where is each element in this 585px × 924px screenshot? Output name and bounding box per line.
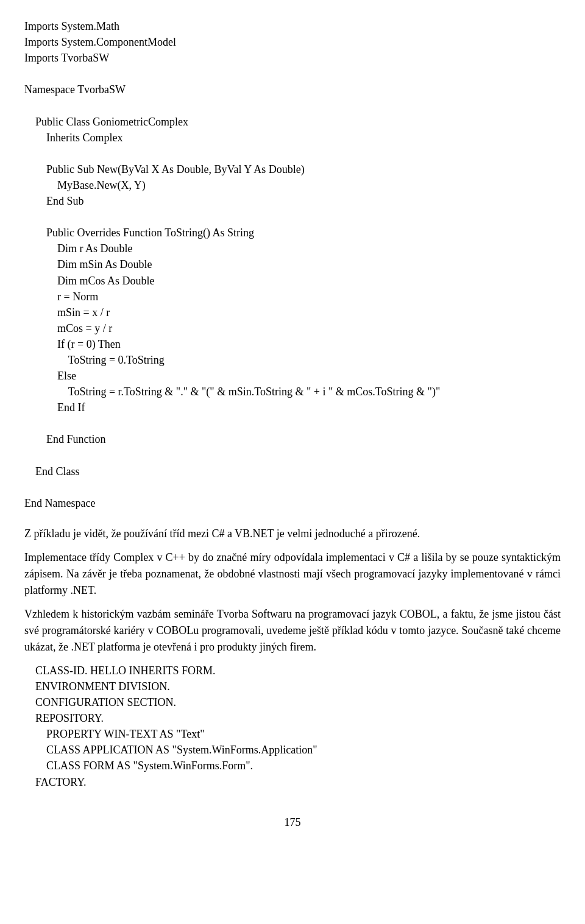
code-line-7: Public Class GoniometricComplex	[24, 116, 188, 128]
code-line-27: End Function	[24, 433, 106, 445]
code-line-8: Inherits Complex	[24, 132, 122, 144]
vb-code: Imports System.Math Imports System.Compo…	[24, 18, 561, 511]
page-number: 175	[24, 814, 561, 830]
code-line-21: If (r = 0) Then	[24, 338, 121, 350]
cobol-line-6: CLASS APPLICATION AS "System.WinForms.Ap…	[24, 744, 317, 756]
code-line-31: End Namespace	[24, 497, 95, 509]
code-line-10: Public Sub New(ByVal X As Double, ByVal …	[24, 163, 305, 175]
code-line-3: Imports TvorbaSW	[24, 52, 109, 64]
code-line-1: Imports System.Math	[24, 20, 119, 32]
code-section: Imports System.Math Imports System.Compo…	[24, 18, 561, 511]
code-line-19: mSin = x / r	[24, 306, 110, 319]
cobol-line-7: CLASS FORM AS "System.WinForms.Form".	[24, 760, 253, 772]
code-line-29: End Class	[24, 465, 80, 478]
code-line-14: Public Overrides Function ToString() As …	[24, 227, 254, 239]
code-line-24: ToString = r.ToString & "." & "(" & mSin…	[24, 386, 440, 398]
code-line-15: Dim r As Double	[24, 242, 133, 255]
cobol-line-1: CLASS-ID. HELLO INHERITS FORM.	[24, 665, 216, 677]
prose-paragraph1: Z příkladu je vidět, že používání tříd m…	[24, 526, 561, 542]
code-line-5: Namespace TvorbaSW	[24, 83, 126, 96]
code-line-17: Dim mCos As Double	[24, 275, 155, 287]
code-line-22: ToString = 0.ToString	[24, 354, 165, 366]
cobol-line-4: REPOSITORY.	[24, 712, 104, 724]
cobol-line-8: FACTORY.	[24, 776, 87, 788]
code-line-20: mCos = y / r	[24, 322, 112, 334]
code-line-23: Else	[24, 370, 76, 382]
code-line-12: End Sub	[24, 195, 84, 207]
cobol-line-2: ENVIRONMENT DIVISION.	[24, 680, 170, 693]
prose-paragraph2: Implementace třídy Complex v C++ by do z…	[24, 549, 561, 599]
code-line-11: MyBase.New(X, Y)	[24, 179, 146, 191]
cobol-code: CLASS-ID. HELLO INHERITS FORM. ENVIRONME…	[24, 663, 561, 790]
prose-paragraph3: Vzhledem k historickým vazbám semináře T…	[24, 606, 561, 655]
code-line-2: Imports System.ComponentModel	[24, 36, 176, 48]
code-line-25: End If	[24, 401, 85, 414]
code-line-16: Dim mSin As Double	[24, 258, 152, 270]
cobol-line-3: CONFIGURATION SECTION.	[24, 696, 176, 708]
cobol-line-5: PROPERTY WIN-TEXT AS "Text"	[24, 728, 205, 740]
code-line-18: r = Norm	[24, 291, 98, 303]
